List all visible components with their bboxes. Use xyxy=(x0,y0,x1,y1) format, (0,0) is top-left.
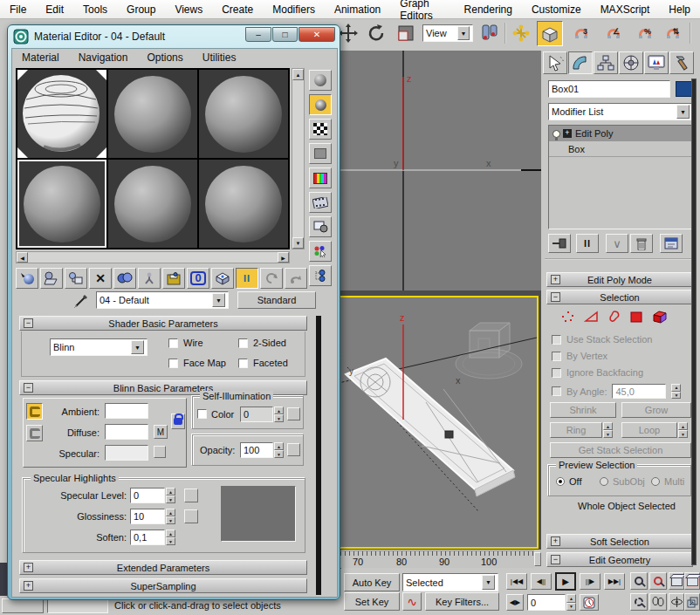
glossiness-field[interactable]: 10 xyxy=(130,509,165,524)
shader-type-dropdown[interactable]: Blinn ▼ xyxy=(50,338,148,356)
key-filters-button[interactable]: Key Filters... xyxy=(425,592,499,611)
menu-tools[interactable]: Tools xyxy=(73,3,117,16)
lock-diffuse-specular-button[interactable] xyxy=(26,425,43,441)
chevron-down-icon[interactable]: ▼ xyxy=(212,293,225,307)
show-map-in-viewport-button[interactable] xyxy=(211,268,234,289)
scroll-up-button[interactable]: ▲ xyxy=(292,69,304,80)
grow-button[interactable]: Grow xyxy=(621,402,691,418)
faceted-checkbox-row[interactable]: Faceted xyxy=(238,358,288,368)
tab-modify[interactable] xyxy=(568,51,593,74)
default-in-out-tangents-button[interactable]: ∿ xyxy=(402,592,422,611)
chevron-down-icon[interactable]: ▼ xyxy=(131,340,144,354)
make-material-copy-button[interactable] xyxy=(113,268,136,289)
by-angle-field[interactable]: 45,0 xyxy=(612,384,666,399)
faceted-checkbox[interactable] xyxy=(238,359,248,368)
zoom-extents-button[interactable] xyxy=(669,572,684,590)
menu-navigation[interactable]: Navigation xyxy=(69,51,138,64)
rollout-edit-poly-mode[interactable]: + Edit Poly Mode xyxy=(546,272,693,287)
spin-up-icon[interactable]: ▲ xyxy=(671,384,681,392)
close-button[interactable]: ✕ xyxy=(299,27,335,42)
by-vertex-checkbox[interactable] xyxy=(552,352,561,361)
reset-map-button[interactable]: ✕ xyxy=(89,268,112,289)
menu-create[interactable]: Create xyxy=(212,3,263,16)
wire-checkbox-row[interactable]: Wire xyxy=(168,338,203,348)
sample-slot-6[interactable] xyxy=(199,160,288,248)
menu-material[interactable]: Material xyxy=(12,51,69,64)
material-map-navigator-button[interactable] xyxy=(309,265,332,286)
angle-snap-button[interactable]: ∠ xyxy=(602,22,625,44)
stack-item-box[interactable]: Box xyxy=(549,141,692,157)
menu-maxscript[interactable]: MAXScript xyxy=(591,3,660,16)
material-type-button[interactable]: Standard xyxy=(237,291,316,309)
pick-material-from-object-button[interactable] xyxy=(73,293,91,309)
scroll-right-button[interactable]: ▶ xyxy=(278,252,289,263)
go-forward-to-sibling-button[interactable] xyxy=(285,268,307,289)
next-frame-button[interactable]: ||▶ xyxy=(580,573,600,590)
two-sided-checkbox-row[interactable]: 2-Sided xyxy=(238,338,286,348)
use-stack-selection-checkbox[interactable] xyxy=(552,335,561,345)
specular-map-button[interactable] xyxy=(154,446,166,458)
tab-motion[interactable] xyxy=(619,51,643,74)
face-map-checkbox-row[interactable]: Face Map xyxy=(168,358,226,368)
maximize-button[interactable]: □ xyxy=(272,27,298,42)
material-editor-options-button[interactable] xyxy=(309,216,332,237)
show-end-result-button[interactable]: II xyxy=(236,268,258,289)
menu-group[interactable]: Group xyxy=(117,3,165,16)
expand-plus-icon[interactable]: + xyxy=(563,129,572,138)
play-button[interactable]: ▶ xyxy=(555,572,576,591)
sample-horizontal-scrollbar[interactable]: ◀ ▶ xyxy=(16,251,290,263)
specular-level-map-button[interactable] xyxy=(184,489,198,502)
shrink-button[interactable]: Shrink xyxy=(550,402,616,418)
material-id-channel-button[interactable]: 0 xyxy=(187,268,209,289)
lock-ambient-diffuse-button[interactable] xyxy=(26,403,43,420)
auto-key-button[interactable]: Auto Key xyxy=(344,573,400,591)
zoom-region-button[interactable] xyxy=(630,593,648,611)
rollout-extended-parameters[interactable]: + Extended Parameters xyxy=(19,560,307,575)
preview-off-radio[interactable]: Off xyxy=(556,476,581,487)
select-by-material-button[interactable] xyxy=(309,241,332,262)
snap-3d-button[interactable]: 3 xyxy=(570,22,593,44)
self-illumination-spinner[interactable]: ▲▼ xyxy=(274,407,284,422)
put-to-library-button[interactable] xyxy=(162,268,185,289)
command-panel-scrollbar[interactable] xyxy=(691,79,697,565)
ring-button[interactable]: Ring xyxy=(550,422,602,438)
maximize-viewport-button[interactable] xyxy=(684,593,700,611)
zoom-button[interactable] xyxy=(630,572,648,590)
key-mode-toggle-button[interactable]: ◀▶ xyxy=(506,594,524,611)
rollout-edit-geometry[interactable]: − Edit Geometry xyxy=(546,552,693,567)
status-toggle-group[interactable] xyxy=(2,598,44,613)
sample-slot-1-hot[interactable] xyxy=(17,70,106,158)
by-angle-spinner[interactable]: ▲ ▼ xyxy=(671,384,681,399)
modifier-stack[interactable]: + Edit Poly Box xyxy=(548,125,693,229)
tab-create[interactable] xyxy=(543,51,567,74)
viewport-perspective-active[interactable]: z x y xyxy=(337,296,539,549)
glossiness-map-button[interactable] xyxy=(184,509,198,523)
menu-rendering[interactable]: Rendering xyxy=(455,3,522,16)
menu-utilities[interactable]: Utilities xyxy=(193,51,246,64)
face-map-checkbox[interactable] xyxy=(168,359,178,368)
by-angle-row[interactable]: By Angle: 45,0 ▲ ▼ xyxy=(552,384,681,399)
video-color-check-button[interactable] xyxy=(309,167,332,188)
modifier-list-dropdown[interactable]: Modifier List ▼ xyxy=(548,103,693,120)
ambient-color-swatch[interactable] xyxy=(105,403,148,419)
spinner-snap-button[interactable]: ⇅ xyxy=(662,22,684,44)
key-filter-dropdown[interactable]: Selected ▼ xyxy=(402,573,498,591)
time-slider-end[interactable] xyxy=(534,552,541,566)
opacity-spinner[interactable]: ▲▼ xyxy=(274,442,284,458)
reference-coordinate-system-dropdown[interactable]: View ▼ xyxy=(422,24,473,42)
use-stack-selection-row[interactable]: Use Stack Selection xyxy=(552,334,652,345)
rollout-scrollbar[interactable] xyxy=(316,316,321,595)
self-illumination-color-checkbox[interactable] xyxy=(197,409,207,419)
scroll-left-button[interactable]: ◀ xyxy=(17,252,28,263)
use-pivot-point-center-button[interactable] xyxy=(478,22,501,44)
rollout-shader-basic-parameters[interactable]: − Shader Basic Parameters xyxy=(19,316,307,331)
make-unique-button-me[interactable] xyxy=(138,268,161,289)
by-angle-checkbox[interactable] xyxy=(552,386,561,396)
make-preview-button[interactable] xyxy=(309,192,332,213)
get-material-button[interactable] xyxy=(16,268,38,289)
pan-button[interactable] xyxy=(649,593,667,611)
go-to-end-button[interactable]: ▶▶| xyxy=(604,573,625,590)
rollout-supersampling[interactable]: + SuperSampling xyxy=(19,578,307,593)
self-illumination-map-button[interactable] xyxy=(287,407,300,420)
stack-item-edit-poly[interactable]: + Edit Poly xyxy=(549,126,692,141)
